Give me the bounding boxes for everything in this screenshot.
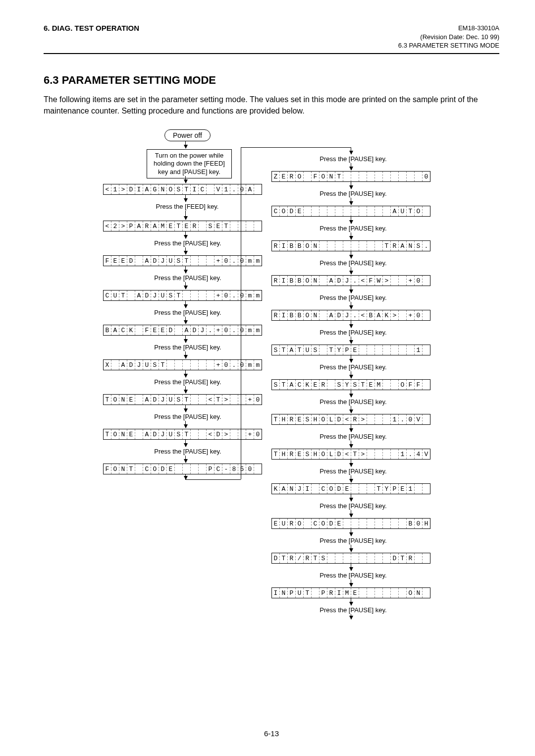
press-pause-label: Press the [PAUSE] key. xyxy=(306,572,400,579)
arrow-down xyxy=(185,440,186,447)
press-pause-label: Press the [PAUSE] key. xyxy=(306,294,400,301)
connector-top-h xyxy=(241,147,351,148)
press-pause-label: Press the [PAUSE] key. xyxy=(141,344,235,351)
arrow-down xyxy=(185,317,186,324)
arrow-down xyxy=(351,425,351,432)
press-pause-label: Press the [PAUSE] key. xyxy=(306,537,400,544)
lcd-zero-font: ZERO FONT 0 xyxy=(271,171,430,182)
arrow-down xyxy=(185,456,186,463)
lcd-parameter-set: <2>PARAMETER SET xyxy=(103,221,262,232)
press-pause-label: Press the [PAUSE] key. xyxy=(306,155,400,163)
arrow-down xyxy=(351,406,351,413)
page-title: 6.3 PARAMETER SETTING MODE xyxy=(44,74,499,87)
turn-on-box: Turn on the power while holding down the… xyxy=(147,149,232,178)
arrow-down xyxy=(185,211,186,220)
lcd-back-feed: BACK FEED ADJ.+0.0mm xyxy=(103,325,262,336)
arrow-down xyxy=(351,337,351,344)
arrow-down xyxy=(351,441,351,448)
doc-code: EM18-33010A xyxy=(398,24,499,33)
arrow-down xyxy=(351,529,351,536)
lcd-x-adjust: X ADJUST +0.0mm xyxy=(103,359,262,370)
arrow-down xyxy=(185,386,186,393)
arrow-down xyxy=(185,247,186,254)
press-pause-label: Press the [PAUSE] key. xyxy=(306,259,400,267)
arrow-down xyxy=(351,371,351,378)
arrow-down xyxy=(351,147,351,154)
arrow-down xyxy=(351,182,351,189)
press-pause-label: Press the [PAUSE] key. xyxy=(306,433,400,440)
arrow-down xyxy=(351,286,351,293)
press-pause-label: Press the [PAUSE] key. xyxy=(306,363,400,371)
intro-paragraph: The following items are set in the param… xyxy=(44,94,499,116)
doc-breadcrumb: 6.3 PARAMETER SETTING MODE xyxy=(398,41,499,50)
header-rule xyxy=(44,53,499,54)
arrow-down xyxy=(351,545,351,552)
arrow-down xyxy=(185,405,186,412)
press-pause-label: Press the [PAUSE] key. xyxy=(306,606,400,614)
press-pause-label: Press the [PAUSE] key. xyxy=(141,448,235,455)
arrow-down xyxy=(351,355,351,362)
press-pause-label: Press the [PAUSE] key. xyxy=(141,413,235,420)
arrow-down xyxy=(185,282,186,289)
press-feed-label: Press the [FEED] key. xyxy=(143,203,232,210)
connector-riser xyxy=(241,147,241,479)
arrow-down xyxy=(351,564,351,571)
lcd-ribbon-bak: RIBBON ADJ.<BAK> +0 xyxy=(271,310,430,321)
lcd-feed-adjust: FEED ADJUST +0.0mm xyxy=(103,255,262,266)
lcd-ribbon: RIBBON TRANS. xyxy=(271,240,430,251)
press-pause-label: Press the [PAUSE] key. xyxy=(141,274,235,282)
lcd-euro: EURO CODE B0H xyxy=(271,518,430,529)
lcd-input-prime: INPUT PRIME ON xyxy=(271,587,430,598)
arrow-down xyxy=(351,460,351,466)
arrow-down xyxy=(351,510,351,517)
lcd-stacker: STACKER SYSTEM OFF xyxy=(271,379,430,390)
press-pause-label: Press the [PAUSE] key. xyxy=(306,329,400,336)
arrow-down xyxy=(185,351,186,358)
press-pause-label: Press the [PAUSE] key. xyxy=(141,309,235,316)
press-pause-label: Press the [PAUSE] key. xyxy=(306,225,400,232)
arrow-down xyxy=(185,336,186,343)
lcd-ribbon-fw: RIBBON ADJ.<FW> +0 xyxy=(271,275,430,286)
arrow-down xyxy=(185,141,186,148)
power-off-oval: Power off xyxy=(164,129,211,141)
lcd-tone-t: TONE ADJUST <T> +0 xyxy=(103,394,262,405)
press-pause-label: Press the [PAUSE] key. xyxy=(141,378,235,386)
lcd-diagnostic: <1>DIAGNOSTIC V1.0A xyxy=(103,184,262,195)
lcd-threshold-t: THRESHOLD<T> 1.4V xyxy=(271,449,430,460)
connector-v xyxy=(185,474,186,479)
press-pause-label: Press the [PAUSE] key. xyxy=(306,190,400,197)
arrow-down xyxy=(351,390,351,397)
lcd-kanji: KANJI CODE TYPE1 xyxy=(271,483,430,494)
arrow-down xyxy=(351,475,351,482)
arrow-down xyxy=(351,598,351,605)
lcd-code: CODE AUTO xyxy=(271,206,430,217)
arrow-down xyxy=(185,370,186,377)
arrow-down xyxy=(351,321,351,328)
connector-h xyxy=(185,479,241,480)
arrow-down xyxy=(351,251,351,258)
press-pause-label: Press the [PAUSE] key. xyxy=(306,398,400,406)
lcd-status-type: STATUS TYPE 1 xyxy=(271,345,430,355)
arrow-down xyxy=(185,421,186,428)
arrow-down xyxy=(351,233,351,239)
arrow-down xyxy=(185,266,186,273)
press-pause-label: Press the [PAUSE] key. xyxy=(306,502,400,510)
page-number: 6-13 xyxy=(44,729,499,738)
arrow-down xyxy=(185,232,186,238)
lcd-tone-d: TONE ADJUST <D> +0 xyxy=(103,429,262,440)
arrow-down xyxy=(185,176,186,183)
arrow-down xyxy=(351,580,351,586)
arrow-down xyxy=(185,195,186,202)
lcd-cut-adjust: CUT ADJUST +0.0mm xyxy=(103,290,262,301)
press-pause-label: Press the [PAUSE] key. xyxy=(141,239,235,247)
arrow-down xyxy=(351,163,351,170)
arrow-down xyxy=(351,494,351,501)
press-pause-label: Press the [PAUSE] key. xyxy=(306,467,400,475)
arrow-down xyxy=(351,614,351,619)
arrow-down xyxy=(351,217,351,224)
arrow-down xyxy=(351,198,351,205)
lcd-font-code: FONT CODE PC-850 xyxy=(103,464,262,474)
section-left: 6. DIAG. TEST OPERATION xyxy=(44,24,139,32)
arrow-down xyxy=(351,267,351,274)
flow-diagram: Power off Turn on the power while holdin… xyxy=(93,129,450,714)
